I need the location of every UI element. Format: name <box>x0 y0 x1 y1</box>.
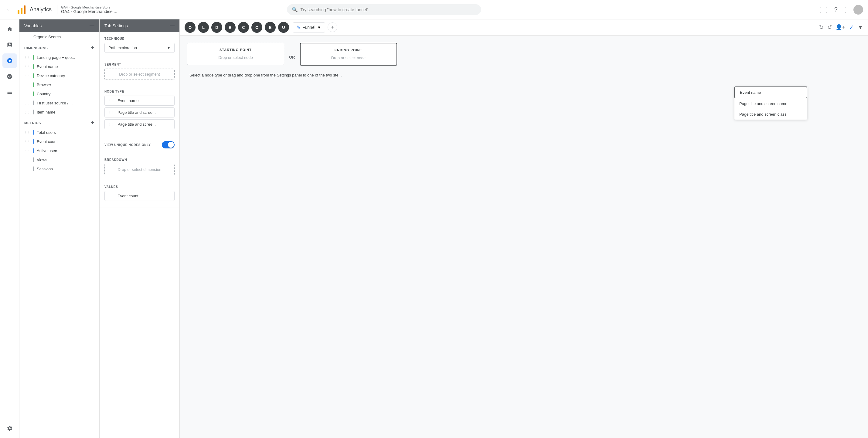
node-event-name[interactable]: ⋮⋮ Event name <box>104 96 175 106</box>
ending-point-box[interactable]: ENDING POINT Drop or select node <box>300 43 397 66</box>
more-icon[interactable]: ⋮ <box>842 6 848 13</box>
account-main: GA4 - Google Merchandise ... <box>61 9 117 14</box>
drag-icon: ⋮⋮ <box>108 99 115 102</box>
dim-first-user-source[interactable]: ⋮⋮ First user source / ... <box>20 98 99 107</box>
add-tab-button[interactable]: + <box>328 23 337 32</box>
toggle-knob <box>168 142 174 148</box>
metric-total-users[interactable]: ⋮⋮ Total users <box>20 128 99 137</box>
drag-icon: ⋮⋮ <box>24 101 30 105</box>
search-input[interactable] <box>300 7 476 12</box>
dim-item-name[interactable]: ⋮⋮ Item name <box>20 107 99 117</box>
node-event-name-label: Event name <box>118 98 138 103</box>
tab-L[interactable]: L <box>198 22 209 33</box>
back-button[interactable]: ← <box>5 5 13 14</box>
starting-point-drop: Drop or select node <box>195 55 277 60</box>
top-bar-left: ← Analytics GA4 - Google Merchandise Sto… <box>5 4 117 15</box>
add-metric-btn[interactable]: + <box>91 120 94 126</box>
dim-browser[interactable]: ⋮⋮ Browser <box>20 80 99 89</box>
funnel-dropdown-icon: ▼ <box>317 25 321 30</box>
node-page-title-screen-class[interactable]: ⋮⋮ Page title and scree... <box>104 119 175 129</box>
nav-home[interactable] <box>2 22 17 36</box>
avatar[interactable] <box>854 5 863 14</box>
share-icon[interactable]: 👤+ <box>836 24 845 31</box>
dim-landing-page[interactable]: ⋮⋮ Landing page + que... <box>20 53 99 62</box>
variables-minimize-btn[interactable]: — <box>90 23 94 29</box>
popup-page-title-screen-class[interactable]: Page title and screen class <box>735 109 807 120</box>
nav-advertising[interactable] <box>2 69 17 84</box>
metrics-label: METRICS <box>24 121 41 125</box>
breakdown-label: BREAKDOWN <box>104 158 175 161</box>
account-info: GA4 - Google Merchandise Store GA4 - Goo… <box>57 5 117 14</box>
dim-color-bar <box>33 91 34 96</box>
or-label: OR <box>289 55 295 60</box>
tab-settings-minimize-btn[interactable]: — <box>170 23 175 29</box>
svg-rect-2 <box>24 5 26 14</box>
main-layout: Variables — ⋮⋮ Organic Search DIMENSIONS… <box>0 20 868 438</box>
starting-point-box[interactable]: STARTING POINT Drop or select node <box>187 43 284 65</box>
metric-sessions[interactable]: ⋮⋮ Sessions <box>20 164 99 173</box>
metric-views[interactable]: ⋮⋮ Views <box>20 155 99 164</box>
technique-dropdown[interactable]: Path exploration ▼ <box>104 43 175 53</box>
popup-page-screen-name-label: Page title and screen name <box>739 101 787 106</box>
segment-section: SEGMENT Drop or select segment <box>100 58 179 85</box>
nav-explore[interactable] <box>2 54 17 68</box>
dim-device-category[interactable]: ⋮⋮ Device category <box>20 71 99 80</box>
segment-drop-zone[interactable]: Drop or select segment <box>104 69 175 80</box>
tab-E[interactable]: E <box>265 22 276 33</box>
nav-configure[interactable] <box>2 85 17 99</box>
dim-color-bar <box>33 100 34 105</box>
node-type-dropdown-popup: Event name Page title and screen name Pa… <box>735 87 807 120</box>
popup-page-title-screen-name[interactable]: Page title and screen name <box>735 98 807 109</box>
drag-icon: ⋮⋮ <box>24 149 30 152</box>
unique-nodes-toggle[interactable] <box>162 141 175 149</box>
breakdown-drop-zone[interactable]: Drop or select dimension <box>104 164 175 175</box>
drag-icon: ⋮⋮ <box>24 140 30 143</box>
tab-B[interactable]: B <box>225 22 236 33</box>
variables-panel-header: Variables — <box>20 20 99 32</box>
metric-color-bar <box>33 166 34 171</box>
top-right-actions: ⋮⋮ ? ⋮ <box>817 5 863 14</box>
tab-U[interactable]: U <box>278 22 289 33</box>
drag-icon: ⋮⋮ <box>24 83 30 87</box>
metric-label: Sessions <box>37 167 53 171</box>
funnel-selector[interactable]: ✎ Funnel ▼ <box>293 23 325 32</box>
nav-settings[interactable] <box>2 421 17 436</box>
canvas-area: STARTING POINT Drop or select node OR EN… <box>180 35 868 438</box>
points-row: STARTING POINT Drop or select node OR EN… <box>187 43 861 66</box>
node-page-screen-class-label: Page title and scree... <box>118 122 156 127</box>
tab-C1[interactable]: C <box>238 22 249 33</box>
metrics-section-header: METRICS + <box>20 117 99 128</box>
redo-icon[interactable]: ↺ <box>827 24 832 31</box>
help-icon[interactable]: ? <box>834 6 838 13</box>
values-event-count[interactable]: ⋮⋮ Event count <box>104 191 175 201</box>
toggle-label: VIEW UNIQUE NODES ONLY <box>104 143 151 147</box>
svg-point-4 <box>8 60 11 62</box>
drag-icon: ⋮⋮ <box>108 111 115 114</box>
check-icon[interactable]: ✓ <box>849 24 854 31</box>
metric-active-users[interactable]: ⋮⋮ Active users <box>20 146 99 155</box>
search-bar[interactable]: 🔍 <box>287 4 481 15</box>
drag-icon: ⋮⋮ <box>108 123 115 126</box>
grid-icon[interactable]: ⋮⋮ <box>817 6 830 13</box>
tab-D[interactable]: D <box>211 22 222 33</box>
check-dropdown-icon[interactable]: ▼ <box>858 24 863 31</box>
organic-search-label: Organic Search <box>33 35 61 39</box>
segment-placeholder: Drop or select segment <box>119 72 160 76</box>
popup-event-name[interactable]: Event name <box>735 87 807 98</box>
metric-label: Event count <box>37 139 58 144</box>
tab-O[interactable]: O <box>185 22 195 33</box>
node-type-label: NODE TYPE <box>104 90 175 93</box>
nav-reports[interactable] <box>2 38 17 52</box>
undo-icon[interactable]: ↻ <box>819 24 824 31</box>
node-page-title-screen-name[interactable]: ⋮⋮ Page title and scree... <box>104 107 175 118</box>
tab-C2[interactable]: C <box>251 22 262 33</box>
or-divider: OR <box>284 55 300 60</box>
dim-event-name[interactable]: ⋮⋮ Event name <box>20 62 99 71</box>
drag-icon: ⋮⋮ <box>108 194 115 197</box>
values-item-label: Event count <box>118 194 138 198</box>
dim-color-bar <box>33 73 34 78</box>
add-dimension-btn[interactable]: + <box>91 44 94 51</box>
metric-event-count[interactable]: ⋮⋮ Event count <box>20 137 99 146</box>
organic-search-item[interactable]: ⋮⋮ Organic Search <box>20 32 99 41</box>
dim-country[interactable]: ⋮⋮ Country <box>20 89 99 98</box>
